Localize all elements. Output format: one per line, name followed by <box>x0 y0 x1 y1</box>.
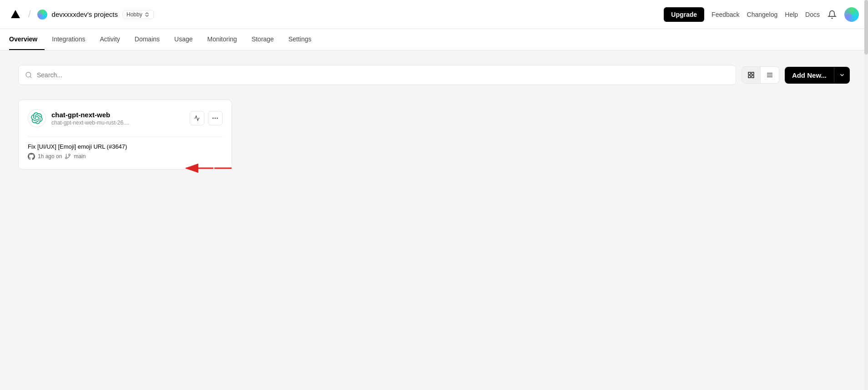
branch-icon <box>65 153 71 160</box>
topbar-right: Upgrade Feedback Changelog Help Docs <box>664 7 859 22</box>
topbar-left: / devxxxxdev's projects Hobby <box>9 8 658 21</box>
card-activity-button[interactable] <box>190 111 204 125</box>
svg-point-10 <box>212 118 214 119</box>
topbar-divider: / <box>28 9 31 20</box>
branch-name: main <box>74 153 86 160</box>
tab-navigation: Overview Integrations Activity Domains U… <box>0 29 868 50</box>
list-view-button[interactable] <box>760 67 779 83</box>
search-wrap <box>18 65 736 85</box>
project-name[interactable]: devxxxxdev's projects <box>52 10 118 18</box>
tab-monitoring[interactable]: Monitoring <box>200 29 244 50</box>
upgrade-button[interactable]: Upgrade <box>664 7 704 22</box>
scrollbar-track <box>864 0 868 390</box>
card-actions <box>190 111 222 125</box>
help-button[interactable]: Help <box>785 11 798 18</box>
projects-grid: chat-gpt-next-web chat-gpt-next-web-mu-r… <box>18 100 850 170</box>
svg-point-12 <box>217 118 218 119</box>
card-footer: Fix [UI/UX] [Emoji] emoji URL (#3647) 1h… <box>28 136 222 160</box>
list-icon <box>766 71 773 79</box>
hobby-badge[interactable]: Hobby <box>122 10 154 19</box>
topbar: / devxxxxdev's projects Hobby Upgrade Fe… <box>0 0 868 29</box>
svg-marker-0 <box>11 10 20 18</box>
commit-title: Fix [UI/UX] [Emoji] emoji URL (#3647) <box>28 143 222 150</box>
add-new-label: Add New... <box>785 67 834 84</box>
project-logo <box>28 109 46 127</box>
tab-overview[interactable]: Overview <box>9 29 45 50</box>
changelog-button[interactable]: Changelog <box>747 11 778 18</box>
card-project-url: chat-gpt-next-web-mu-rust-26.... <box>51 120 129 126</box>
svg-point-1 <box>26 72 31 77</box>
scrollbar-thumb[interactable] <box>864 0 868 55</box>
vercel-logo[interactable] <box>9 8 22 21</box>
commit-meta: 1h ago on main <box>28 153 222 160</box>
svg-point-15 <box>66 157 67 159</box>
svg-point-14 <box>69 154 71 156</box>
svg-rect-5 <box>748 75 751 78</box>
feedback-button[interactable]: Feedback <box>712 11 739 18</box>
grid-view-button[interactable] <box>742 67 760 83</box>
avatar[interactable] <box>844 7 859 22</box>
chevron-updown-icon <box>144 12 150 17</box>
hobby-label: Hobby <box>126 11 142 18</box>
svg-rect-4 <box>752 72 754 75</box>
grid-icon <box>747 71 755 79</box>
github-icon <box>28 153 35 160</box>
svg-line-2 <box>30 76 31 78</box>
tab-storage[interactable]: Storage <box>244 29 281 50</box>
more-dots-icon <box>212 115 219 122</box>
toolbar: Add New... <box>18 65 850 85</box>
svg-rect-6 <box>752 75 754 78</box>
card-project-name[interactable]: chat-gpt-next-web <box>51 111 129 119</box>
search-input[interactable] <box>37 71 729 79</box>
tab-settings[interactable]: Settings <box>281 29 319 50</box>
notifications-button[interactable] <box>827 10 837 20</box>
tab-integrations[interactable]: Integrations <box>45 29 92 50</box>
svg-rect-3 <box>748 72 751 75</box>
main-content: Add New... chat <box>0 50 868 389</box>
chatgpt-logo-icon <box>31 112 43 124</box>
card-title-text: chat-gpt-next-web chat-gpt-next-web-mu-r… <box>51 111 129 126</box>
search-icon <box>25 71 32 79</box>
docs-button[interactable]: Docs <box>805 11 820 18</box>
add-new-button[interactable]: Add New... <box>785 67 850 84</box>
view-toggle <box>742 66 779 84</box>
commit-time: 1h ago on <box>38 153 62 160</box>
card-title-wrap: chat-gpt-next-web chat-gpt-next-web-mu-r… <box>28 109 129 127</box>
tab-usage[interactable]: Usage <box>167 29 200 50</box>
add-new-chevron-icon <box>834 67 850 83</box>
activity-icon <box>194 115 200 121</box>
card-more-button[interactable] <box>208 111 222 125</box>
project-card: chat-gpt-next-web chat-gpt-next-web-mu-r… <box>18 100 232 170</box>
svg-point-11 <box>215 118 216 119</box>
tab-activity[interactable]: Activity <box>92 29 127 50</box>
tab-domains[interactable]: Domains <box>127 29 167 50</box>
card-header: chat-gpt-next-web chat-gpt-next-web-mu-r… <box>28 109 222 127</box>
project-icon <box>37 10 47 20</box>
